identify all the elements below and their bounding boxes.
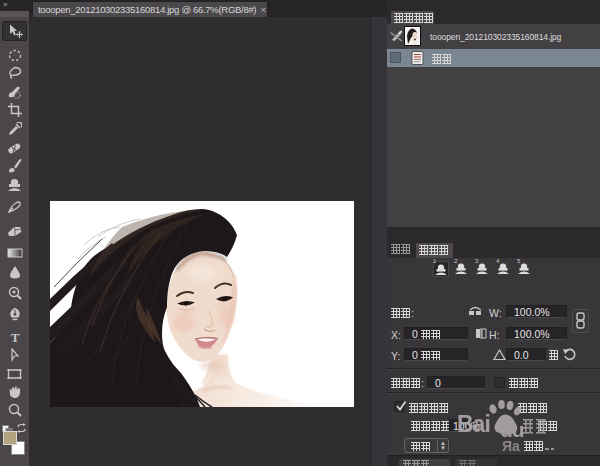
svg-text:Bai: Bai: [457, 411, 490, 437]
svg-text:Яa: Яa: [502, 438, 520, 454]
svg-text:T: T: [10, 330, 19, 343]
